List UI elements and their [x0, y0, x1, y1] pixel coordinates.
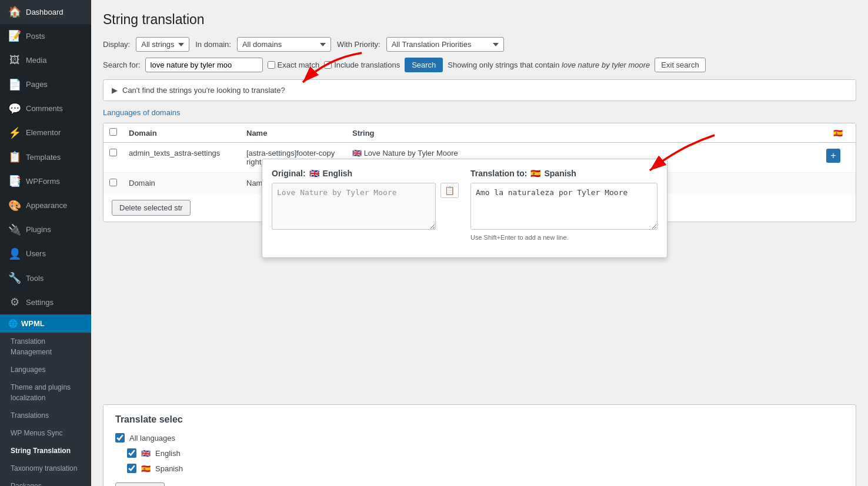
showing-text: Showing only strings that contain love n… — [448, 61, 650, 69]
column-spanish-flag: 🇪🇸 — [820, 123, 856, 143]
sidebar-item-packages[interactable]: Packages — [0, 477, 91, 486]
wpforms-icon: 📑 — [8, 174, 21, 189]
elementor-icon: ⚡ — [8, 126, 21, 140]
column-string: String — [346, 123, 820, 143]
popup-translation-col: Translation to: 🇪🇸 Spanish Use Shift+Ent… — [470, 169, 657, 241]
filter-bar: Display: All strings In domain: All doma… — [103, 37, 856, 52]
select-all-checkbox[interactable] — [109, 128, 117, 136]
all-languages-checkbox[interactable] — [115, 433, 125, 443]
with-priority-label: With Priority: — [337, 40, 380, 49]
wpml-header[interactable]: 🌐 WPML — [0, 314, 91, 333]
translation-flag-icon: 🇪🇸 — [530, 169, 540, 178]
add-translation-button[interactable]: + — [826, 149, 840, 163]
posts-icon: 📝 — [8, 29, 21, 43]
comments-icon: 💬 — [8, 102, 21, 116]
translate-section: Translate selec All languages 🇬🇧 English… — [103, 404, 856, 486]
templates-icon: 📋 — [8, 150, 21, 165]
spanish-language-item: 🇪🇸 Spanish — [115, 464, 844, 473]
original-textarea — [272, 183, 436, 230]
settings-icon: ⚙ — [8, 295, 21, 310]
row-domain-2: Domain — [123, 173, 241, 195]
spanish-flag-icon: 🇪🇸 — [141, 464, 151, 473]
search-for-label: Search for: — [103, 61, 141, 69]
sidebar-item-templates[interactable]: 📋 Templates — [0, 145, 91, 169]
all-languages-item: All languages — [115, 433, 844, 443]
sidebar-item-media[interactable]: 🖼 Media — [0, 48, 91, 72]
media-icon: 🖼 — [8, 53, 21, 68]
sidebar-item-posts[interactable]: 📝 Posts — [0, 24, 91, 48]
popup-original-col: Original: 🇬🇧 English 📋 — [272, 169, 459, 241]
accordion-arrow-icon: ▶ — [112, 86, 118, 95]
popup-translation-title: Translation to: 🇪🇸 Spanish — [470, 169, 657, 178]
row-checkbox-2[interactable] — [109, 179, 117, 186]
sidebar-item-pages[interactable]: 📄 Pages — [0, 73, 91, 97]
sidebar-item-translation-management[interactable]: Translation Management — [0, 333, 91, 361]
translation-textarea[interactable] — [470, 183, 657, 230]
appearance-icon: 🎨 — [8, 199, 21, 213]
spanish-checkbox[interactable] — [127, 464, 136, 473]
popup-header: Original: 🇬🇧 English 📋 Translation to: 🇪… — [272, 169, 657, 241]
main-content: String translation Display: All strings … — [91, 0, 868, 486]
original-textarea-row: 📋 — [272, 183, 459, 230]
english-checkbox[interactable] — [127, 448, 136, 458]
wpml-section: Translation Management Languages Theme a… — [0, 333, 91, 486]
column-domain: Domain — [123, 123, 241, 143]
popup-original-title: Original: 🇬🇧 English — [272, 169, 459, 178]
accordion[interactable]: ▶ Can't find the strings you're looking … — [103, 79, 856, 101]
users-icon: 👤 — [8, 247, 21, 262]
sidebar-item-languages[interactable]: Languages — [0, 361, 91, 378]
tools-icon: 🔧 — [8, 271, 21, 286]
translation-popup: Original: 🇬🇧 English 📋 Translation to: 🇪… — [262, 159, 667, 258]
sidebar-item-plugins[interactable]: 🔌 Plugins — [0, 218, 91, 242]
pages-icon: 📄 — [8, 78, 21, 92]
sidebar-item-theme-plugins-localization[interactable]: Theme and plugins localization — [0, 378, 91, 407]
wpml-icon: 🌐 — [8, 319, 18, 328]
original-flag-icon: 🇬🇧 — [309, 169, 319, 178]
copy-to-translation-button[interactable]: 📋 — [440, 183, 459, 198]
languages-of-domains-link[interactable]: Languages of domains — [103, 108, 181, 117]
row-action-cell: + — [820, 143, 856, 173]
english-language-item: 🇬🇧 English — [115, 448, 844, 458]
page-title: String translation — [103, 12, 856, 28]
row-action-cell-2 — [820, 173, 856, 195]
sidebar: 🏠 Dashboard 📝 Posts 🖼 Media 📄 Pages 💬 Co… — [0, 0, 91, 486]
sidebar-item-settings[interactable]: ⚙ Settings — [0, 290, 91, 314]
exact-match-checkbox[interactable] — [268, 61, 275, 69]
search-input[interactable] — [145, 58, 263, 72]
sidebar-item-wpforms[interactable]: 📑 WPForms — [0, 169, 91, 193]
sidebar-item-dashboard[interactable]: 🏠 Dashboard — [0, 0, 91, 24]
sidebar-item-appearance[interactable]: 🎨 Appearance — [0, 194, 91, 218]
in-domain-label: In domain: — [195, 40, 231, 49]
sidebar-item-elementor[interactable]: ⚡ Elementor — [0, 121, 91, 145]
in-domain-select[interactable]: All domains — [237, 37, 331, 52]
sidebar-item-taxonomy-translation[interactable]: Taxonomy translation — [0, 460, 91, 477]
include-translations-checkbox[interactable] — [324, 61, 332, 69]
language-list: All languages 🇬🇧 English 🇪🇸 Spanish — [115, 433, 844, 473]
display-select[interactable]: All strings — [136, 37, 189, 52]
flag-icon: 🇬🇧 — [352, 149, 362, 157]
display-label: Display: — [103, 40, 130, 49]
with-priority-select[interactable]: All Translation Priorities — [386, 37, 504, 52]
translate-section-title: Translate selec — [115, 414, 844, 425]
sidebar-item-wp-menus-sync[interactable]: WP Menus Sync — [0, 424, 91, 442]
include-translations-checkbox-label[interactable]: Include translations — [324, 61, 400, 69]
sidebar-item-tools[interactable]: 🔧 Tools — [0, 266, 91, 290]
exact-match-checkbox-label[interactable]: Exact match — [268, 61, 320, 69]
popup-divider — [459, 169, 470, 241]
sidebar-item-comments[interactable]: 💬 Comments — [0, 97, 91, 121]
plugins-icon: 🔌 — [8, 223, 21, 237]
sidebar-item-users[interactable]: 👤 Users — [0, 242, 91, 266]
row-domain: admin_texts_astra-settings — [123, 143, 241, 173]
row-checkbox[interactable] — [109, 149, 117, 156]
languages-link-container: Languages of domains — [103, 108, 856, 117]
search-bar: Search for: Exact match Include translat… — [103, 58, 856, 72]
popup-hint: Use Shift+Enter to add a new line. — [470, 234, 657, 241]
translate-button[interactable]: Translate — [115, 482, 165, 486]
exit-search-button[interactable]: Exit search — [655, 58, 705, 72]
delete-selected-button[interactable]: Delete selected str — [112, 200, 191, 216]
sidebar-item-translations[interactable]: Translations — [0, 407, 91, 424]
column-name: Name — [241, 123, 346, 143]
search-button[interactable]: Search — [405, 58, 443, 72]
sidebar-item-string-translation[interactable]: String Translation — [0, 442, 91, 460]
dashboard-icon: 🏠 — [8, 5, 21, 19]
